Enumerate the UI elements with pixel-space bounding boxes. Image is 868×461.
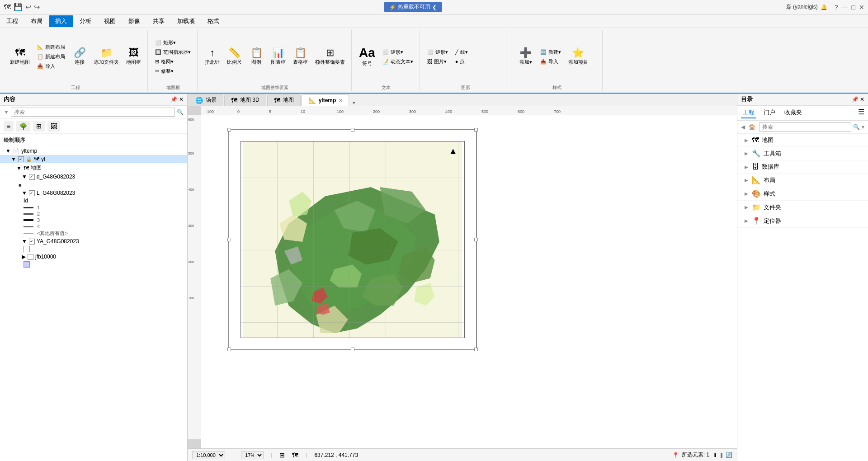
scale-button[interactable]: 📏 比例尺 (224, 43, 245, 71)
right-panel-close-icon[interactable]: ✕ (860, 96, 864, 103)
detail-view-button[interactable]: 🖼 (47, 121, 60, 132)
refresh-icon[interactable]: 🔄 (726, 452, 732, 458)
dir-item-locator[interactable]: ▶ 📍 定位器 (737, 214, 868, 228)
map-toggle-icon[interactable]: 🗺 (292, 452, 298, 459)
table-frame-button[interactable]: 📋 表格框 (290, 43, 311, 71)
map-area[interactable]: -100 0 5 10 100 200 300 400 500 600 700 … (188, 106, 737, 448)
list-item[interactable]: ▼ 🗺 地图 (0, 163, 187, 173)
layer-checkbox[interactable] (28, 254, 33, 260)
grid-button[interactable]: ⊞格网▾ (152, 57, 193, 66)
dynamic-text-button[interactable]: 📝动态文本▾ (380, 57, 416, 66)
dir-item-layout[interactable]: ▶ 📐 布局 (737, 174, 868, 187)
tab-map[interactable]: 🗺 地图 (267, 94, 301, 106)
add-folder-button[interactable]: 📁 添加文件夹 (91, 43, 122, 71)
search-icon[interactable]: 🔍 (177, 109, 184, 115)
dir-tab-portal[interactable]: 门户 (762, 108, 777, 118)
dir-home-icon[interactable]: 🏠 (749, 124, 755, 130)
user-name[interactable]: 磊 (yanleigis) (786, 3, 818, 11)
mapframe-button[interactable]: 🖼 地图框 (123, 43, 144, 71)
menu-item-加载项[interactable]: 加载项 (171, 15, 201, 27)
list-item[interactable]: ▼ L_G48G082023 (0, 189, 187, 197)
grid-toggle-icon[interactable]: ⊞ (279, 452, 285, 459)
hamburger-icon[interactable]: ☰ (858, 108, 864, 118)
scale-select[interactable]: 1:10,000 (192, 451, 225, 459)
menu-item-插入[interactable]: 插入 (49, 15, 73, 27)
left-panel-close-icon[interactable]: ✕ (179, 96, 184, 103)
save-icon[interactable]: 💾 (14, 3, 23, 11)
dir-item-folder[interactable]: ▶ 📁 文件夹 (737, 201, 868, 214)
trim-button[interactable]: ✂修整▾ (152, 66, 193, 75)
list-item[interactable]: ▼ d_G48G082023 (0, 173, 187, 181)
dir-search-icon[interactable]: 🔍 (853, 124, 860, 130)
dir-item-database[interactable]: ▶ 🗄 数据库 (737, 160, 868, 174)
extent-indicator-button[interactable]: 🔲范围指示器▾ (152, 47, 193, 56)
handle-bc[interactable] (351, 348, 354, 351)
menu-item-视图[interactable]: 视图 (98, 15, 122, 27)
dir-item-map[interactable]: ▶ 🗺 地图 (737, 134, 868, 147)
layer-checkbox[interactable] (29, 174, 35, 180)
image-button[interactable]: 🖼图片▾ (425, 57, 451, 66)
close-button[interactable]: ✕ (859, 4, 864, 11)
dir-back-icon[interactable]: ◀ (741, 124, 745, 130)
text-rect-button[interactable]: ⬜矩形▾ (380, 47, 416, 56)
text-tool-button[interactable]: Aa 符号 (356, 43, 378, 71)
menu-item-分析[interactable]: 分析 (73, 15, 98, 27)
menu-item-布局[interactable]: 布局 (24, 15, 49, 27)
zoom-select[interactable]: 17% (241, 451, 264, 459)
map-frame-outer[interactable]: ▲ (228, 129, 477, 350)
map-frame-inner[interactable]: ▲ (241, 141, 465, 338)
menu-item-共享[interactable]: 共享 (146, 15, 171, 27)
list-item[interactable]: ▼ 📄 yltemp (0, 147, 187, 155)
handle-tl[interactable] (227, 128, 231, 132)
help-button[interactable]: ? (835, 4, 838, 11)
menu-item-工程[interactable]: 工程 (0, 15, 24, 27)
new-layout2-button[interactable]: 📋 新建布局 (34, 52, 68, 61)
add-project-button[interactable]: ⭐ 添加项目 (566, 43, 591, 71)
north-arrow-button[interactable]: ↑ 指北针 (202, 43, 222, 71)
extra-decor-button[interactable]: ⊞ 额外整饰要素 (312, 43, 348, 71)
dir-item-style[interactable]: ▶ 🎨 样式 (737, 187, 868, 201)
layer-checkbox[interactable] (29, 190, 35, 196)
dir-search-options-icon[interactable]: ▾ (862, 124, 864, 130)
dir-search-input[interactable] (759, 122, 851, 132)
handle-tr[interactable] (474, 128, 478, 132)
menu-item-影像[interactable]: 影像 (122, 15, 146, 27)
list-view-button[interactable]: ≡ (4, 121, 14, 132)
add-style-button[interactable]: ➕ 添加▾ (516, 43, 536, 71)
maximize-button[interactable]: □ (852, 4, 855, 11)
tab-scene[interactable]: 🌐 场景 (189, 94, 223, 106)
search-input[interactable] (11, 108, 175, 117)
layer-checkbox[interactable] (29, 239, 35, 245)
undo-icon[interactable]: ↩ (25, 3, 31, 11)
bell-icon[interactable]: 🔔 (821, 4, 827, 10)
handle-mr[interactable] (474, 238, 478, 241)
pin-right-icon[interactable]: 📌 (852, 96, 859, 103)
handle-br[interactable] (474, 348, 478, 351)
minimize-button[interactable]: — (842, 4, 848, 11)
new-layout-button[interactable]: 📐 新建布局 (34, 43, 68, 52)
dir-tab-project[interactable]: 工程 (741, 108, 756, 118)
rect-graphic-button[interactable]: ⬜矩形▾ (425, 47, 451, 56)
pin-icon[interactable]: 📌 (170, 96, 177, 103)
hotload-close-icon[interactable]: ❮ (432, 4, 437, 10)
import-button[interactable]: 📥 导入 (34, 62, 68, 71)
legend-button[interactable]: 📋 图例 (246, 43, 266, 71)
import-style-button[interactable]: 📥导入 (538, 57, 564, 66)
map-canvas[interactable]: ▲ (201, 115, 737, 448)
tree-view-button[interactable]: 🌳 (16, 121, 30, 132)
dir-tab-favorites[interactable]: 收藏夹 (783, 108, 804, 118)
redo-icon[interactable]: ↪ (34, 3, 40, 11)
chart-frame-button[interactable]: 📊 图表框 (268, 43, 288, 71)
point-button[interactable]: ●点 (453, 57, 471, 66)
layer-checkbox[interactable] (18, 156, 24, 162)
pause-icon[interactable]: ⏸ (712, 452, 717, 458)
handle-ml[interactable] (227, 238, 231, 241)
connect-button[interactable]: 🔗 连接 (70, 43, 90, 71)
rect-button[interactable]: ⬜矩形▾ (152, 38, 193, 47)
menu-item-格式[interactable]: 格式 (201, 15, 226, 27)
new-map-button[interactable]: 🗺 新建地图 (7, 43, 33, 71)
tab-yltemp[interactable]: 📐 yltemp ✕ (302, 94, 349, 106)
list-item[interactable]: ▼ 🔒 🗺 yl (0, 155, 187, 163)
list-item[interactable]: ▶ jfb10000 (0, 253, 187, 261)
new-style-button[interactable]: 🆕新建▾ (538, 47, 564, 56)
